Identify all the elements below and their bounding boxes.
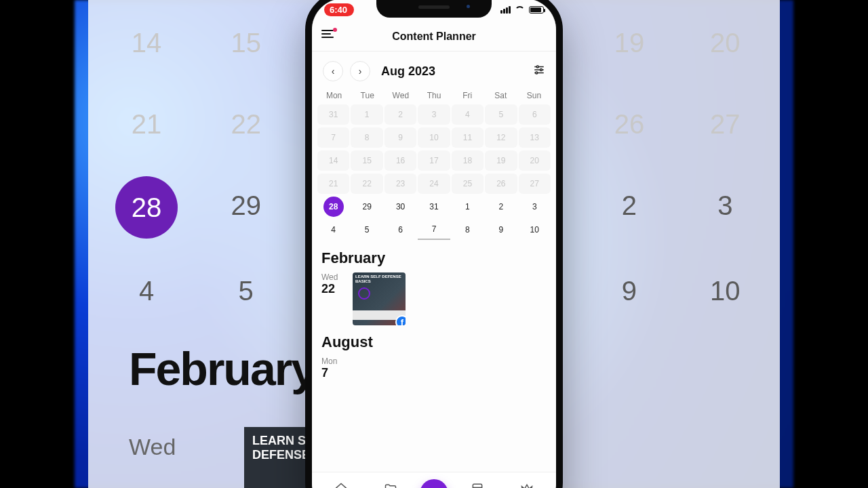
weekday-label: Sun bbox=[517, 91, 551, 100]
tab-home[interactable]: Home bbox=[321, 482, 361, 489]
ghost-cell: 9 bbox=[601, 262, 656, 320]
scheduled-item[interactable]: Wed 22 LEARN SELF DEFENSE BASICS f bbox=[321, 272, 547, 325]
ghost-cell: 22 bbox=[218, 95, 273, 153]
calendar-day[interactable]: 15 bbox=[351, 150, 382, 171]
tab-templates[interactable]: Templates bbox=[457, 482, 498, 489]
weekday-label: Thu bbox=[417, 91, 450, 100]
calendar-day[interactable]: 24 bbox=[418, 174, 450, 194]
calendar-day[interactable]: 5 bbox=[351, 220, 382, 240]
crown-icon bbox=[520, 482, 534, 489]
templates-icon bbox=[471, 482, 484, 489]
weekday-label: Tue bbox=[351, 91, 384, 100]
calendar-day[interactable]: 9 bbox=[384, 127, 416, 148]
ghost-cell: 14 bbox=[115, 14, 178, 72]
ghost-cell: 26 bbox=[601, 95, 656, 153]
calendar-day[interactable]: 4 bbox=[452, 104, 484, 125]
calendar-day[interactable]: 9 bbox=[485, 220, 517, 240]
prev-month-button[interactable]: ‹ bbox=[323, 61, 343, 81]
calendar-day[interactable]: 7 bbox=[317, 127, 349, 148]
weekday-label: Wed bbox=[384, 91, 417, 100]
calendar-day[interactable]: 10 bbox=[519, 220, 551, 240]
weekday-label: Mon bbox=[317, 91, 351, 100]
calendar-day[interactable]: 31 bbox=[418, 197, 450, 217]
calendar-day[interactable]: 19 bbox=[485, 150, 517, 171]
entry-day-label: Wed bbox=[321, 272, 344, 282]
calendar-day[interactable]: 3 bbox=[519, 197, 551, 217]
facebook-icon: f bbox=[395, 315, 406, 325]
tab-pro[interactable]: Pro bbox=[507, 482, 547, 489]
svg-point-1 bbox=[536, 66, 538, 68]
svg-point-3 bbox=[540, 69, 542, 71]
entry-day-label: Mon bbox=[321, 357, 344, 366]
calendar-grid: 3112345678910111213141516171819202122232… bbox=[312, 102, 556, 245]
signal-icon bbox=[500, 6, 511, 14]
scheduled-content: February Wed 22 LEARN SELF DEFENSE BASIC… bbox=[312, 245, 556, 472]
calendar-day[interactable]: 18 bbox=[452, 150, 484, 171]
ghost-cell: 29 bbox=[218, 176, 273, 235]
calendar-day[interactable]: 28 bbox=[323, 197, 344, 217]
ghost-cell: 20 bbox=[698, 14, 753, 72]
calendar-day[interactable]: 2 bbox=[384, 104, 416, 125]
weekday-header: MonTueWedThuFriSatSun bbox=[312, 87, 556, 102]
calendar-day[interactable]: 3 bbox=[418, 104, 450, 125]
app-header: Content Planner bbox=[312, 22, 556, 52]
calendar-day[interactable]: 2 bbox=[485, 197, 517, 217]
calendar-day[interactable]: 31 bbox=[317, 104, 349, 125]
calendar-day[interactable]: 20 bbox=[519, 150, 551, 171]
battery-icon bbox=[529, 6, 544, 14]
ghost-cell: 19 bbox=[601, 14, 656, 72]
ghost-cell: 2 bbox=[601, 176, 656, 235]
calendar-day[interactable]: 6 bbox=[519, 104, 551, 125]
ghost-cell: 28 bbox=[115, 176, 178, 239]
section-heading: August bbox=[321, 333, 547, 351]
calendar-day[interactable]: 12 bbox=[485, 127, 517, 148]
calendar-day[interactable]: 4 bbox=[317, 220, 349, 240]
calendar-day[interactable]: 23 bbox=[384, 174, 416, 194]
calendar-day[interactable]: 22 bbox=[351, 174, 382, 194]
calendar-day[interactable]: 16 bbox=[384, 150, 416, 171]
wifi-icon bbox=[515, 6, 525, 14]
menu-button[interactable] bbox=[321, 30, 335, 41]
ghost-cell: 15 bbox=[218, 14, 273, 72]
calendar-day[interactable]: 10 bbox=[418, 127, 450, 148]
ghost-heading: February bbox=[129, 342, 315, 395]
calendar-day[interactable]: 25 bbox=[452, 174, 484, 194]
month-nav: ‹ › Aug 2023 bbox=[312, 52, 556, 87]
weekday-label: Fri bbox=[451, 91, 484, 100]
calendar-day[interactable]: 6 bbox=[384, 220, 416, 240]
section-heading: February bbox=[321, 249, 547, 267]
phone-frame: 6:40 Content Planner ‹ › Aug 2023 MonTue… bbox=[305, 0, 563, 488]
ghost-cell: 4 bbox=[115, 262, 178, 320]
calendar-day[interactable]: 7 bbox=[418, 220, 450, 240]
calendar-day[interactable]: 1 bbox=[452, 197, 484, 217]
calendar-day[interactable]: 8 bbox=[452, 220, 484, 240]
ghost-cell: 10 bbox=[698, 262, 753, 320]
calendar-day[interactable]: 11 bbox=[452, 127, 484, 148]
filter-button[interactable] bbox=[533, 64, 545, 79]
calendar-day[interactable]: 8 bbox=[351, 127, 382, 148]
next-month-button[interactable]: › bbox=[350, 61, 370, 81]
calendar-day[interactable]: 29 bbox=[351, 197, 382, 217]
weekday-label: Sat bbox=[484, 91, 517, 100]
calendar-day[interactable]: 21 bbox=[317, 174, 349, 194]
calendar-day[interactable]: 27 bbox=[519, 174, 551, 194]
ghost-cell: 3 bbox=[698, 176, 753, 235]
scheduled-item[interactable]: Mon 7 bbox=[321, 357, 547, 380]
home-icon bbox=[334, 482, 348, 489]
ghost-wed: Wed bbox=[129, 434, 176, 460]
calendar-day[interactable]: 1 bbox=[351, 104, 382, 125]
calendar-day[interactable]: 30 bbox=[384, 197, 416, 217]
calendar-day[interactable]: 26 bbox=[485, 174, 517, 194]
calendar-day[interactable]: 5 bbox=[485, 104, 517, 125]
svg-point-5 bbox=[536, 72, 538, 74]
status-time: 6:40 bbox=[324, 3, 354, 16]
create-button[interactable]: + bbox=[420, 479, 448, 489]
tab-projects[interactable]: Projects bbox=[370, 482, 411, 489]
calendar-day[interactable]: 17 bbox=[418, 150, 450, 171]
calendar-day[interactable]: 14 bbox=[317, 150, 349, 171]
entry-day-number: 22 bbox=[321, 282, 344, 296]
thumbnail-title: LEARN SELF DEFENSE BASICS bbox=[355, 274, 406, 283]
post-thumbnail[interactable]: LEARN SELF DEFENSE BASICS f bbox=[353, 272, 406, 325]
calendar-day[interactable]: 13 bbox=[519, 127, 551, 148]
sliders-icon bbox=[533, 64, 545, 76]
